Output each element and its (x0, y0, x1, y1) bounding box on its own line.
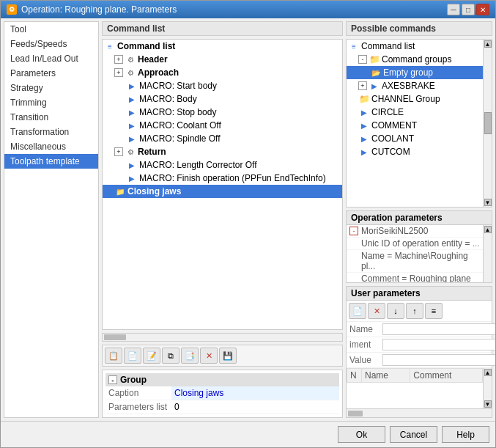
tree-item-header[interactable]: + ⚙ Header (103, 53, 342, 66)
op-params-item-2: Unic ID of operation entity = ... (347, 238, 483, 250)
help-button[interactable]: Help (442, 426, 489, 443)
col-name: Name (362, 369, 410, 383)
gear-icon: ⚙ (125, 67, 136, 78)
ok-button[interactable]: Ok (338, 426, 385, 443)
op-vscroll-up[interactable]: ▲ (484, 226, 492, 233)
tree-item-r-command-groups[interactable]: - 📁 Command groups (347, 53, 483, 66)
cmd-icon: ▶ (369, 80, 380, 92)
iment-input[interactable] (382, 339, 495, 350)
user-params-panel: User parameters 📄 ✕ ↓ ↑ ≡ Name iment (346, 286, 492, 418)
params-value: 0 (171, 400, 339, 414)
tree-item-macro-body[interactable]: ▶ MACRO: Body (103, 92, 342, 106)
user-new-doc-button[interactable]: 📄 (349, 303, 366, 319)
sidebar-item-tool[interactable]: Tool (4, 22, 98, 37)
tree-item-r-cutcom[interactable]: ▶ CUTCOM (347, 145, 483, 158)
tree-label: MACRO: Start body (139, 81, 217, 91)
paste-button[interactable]: 📑 (181, 348, 199, 364)
user-table-area: N Name Comment ▲ ▼ (347, 368, 492, 408)
tree-item-return[interactable]: + ⚙ Return (103, 145, 342, 158)
gear-icon: ⚙ (125, 146, 136, 158)
user-vscroll-down[interactable]: ▼ (484, 400, 492, 408)
command-list-tree[interactable]: ≡ Command list + ⚙ Header + ⚙ Approach ▶… (102, 39, 343, 330)
group-label: Group (120, 375, 147, 385)
tree-item-command-list[interactable]: ≡ Command list (103, 40, 342, 53)
cmd-icon: ▶ (126, 172, 138, 184)
gear-icon: ⚙ (125, 54, 136, 65)
expand-icon[interactable]: - (358, 55, 367, 64)
expand-icon[interactable]: + (358, 81, 367, 90)
possible-commands-tree[interactable]: ≡ Command list - 📁 Command groups 📂 Empt… (346, 39, 492, 208)
tree-item-r-comment[interactable]: ▶ COMMENT (347, 119, 483, 132)
user-up-button[interactable]: ↑ (406, 303, 423, 319)
tree-label: Return (138, 147, 166, 157)
op-params-header: Operation parameters (347, 211, 492, 225)
tree-item-macro-spindle-off[interactable]: ▶ MACRO: Spindle Off (103, 132, 342, 145)
new-button[interactable]: 📝 (143, 348, 160, 364)
user-delete-button[interactable]: ✕ (368, 303, 385, 319)
sidebar-item-lead-in-lead-out[interactable]: Lead In/Lead Out (4, 51, 98, 66)
sidebar-item-trimming[interactable]: Trimming (4, 95, 98, 110)
maximize-button[interactable]: □ (462, 4, 475, 15)
iment-field-row: iment (347, 337, 492, 353)
tree-item-macro-length-corrector[interactable]: ▶ MACRO: Length Corrector Off (103, 158, 342, 172)
save-button[interactable]: 💾 (219, 348, 237, 364)
op-params-key: Unic ID of operation entity = ... (361, 238, 480, 249)
sidebar-item-strategy[interactable]: Strategy (4, 81, 98, 95)
folder-icon: 📁 (114, 186, 126, 197)
vscroll-down[interactable]: ▼ (484, 199, 492, 206)
user-down-button[interactable]: ↓ (387, 303, 404, 319)
user-params-toolbar: 📄 ✕ ↓ ↑ ≡ (347, 301, 492, 322)
tree-item-r-coolant[interactable]: ▶ COOLANT (347, 132, 483, 145)
expand-icon[interactable]: + (114, 68, 123, 77)
tree-item-macro-coolant-off[interactable]: ▶ MACRO: Coolant Off (103, 119, 342, 132)
caption-value[interactable]: Closing jaws (171, 386, 339, 400)
tree-item-r-command-list[interactable]: ≡ Command list (347, 40, 483, 53)
vscroll-thumb[interactable] (484, 112, 492, 134)
cmd-icon: ▶ (358, 146, 370, 158)
duplicate-button[interactable]: ⧉ (162, 348, 179, 364)
user-hscroll[interactable] (347, 408, 492, 417)
cmd-icon: ▶ (358, 120, 370, 131)
tree-label: COMMENT (371, 120, 417, 131)
vscroll-up[interactable]: ▲ (484, 40, 492, 48)
sidebar-item-miscellaneous[interactable]: Miscellaneous (4, 139, 98, 154)
copy-button-2[interactable]: 📄 (124, 348, 141, 364)
op-params-key: Comment = Roughing plane (361, 273, 471, 283)
op-params-item-1[interactable]: - MoriSeikiNL2500 (347, 225, 483, 238)
close-button[interactable]: ✕ (476, 4, 489, 15)
hscroll[interactable] (102, 333, 343, 342)
name-input[interactable] (382, 323, 495, 335)
caption-label: Caption (106, 386, 171, 400)
sidebar-item-toolpath-template[interactable]: Toolpath template (4, 154, 98, 169)
user-lines-button[interactable]: ≡ (425, 303, 443, 319)
sidebar-item-parameters[interactable]: Parameters (4, 66, 98, 81)
tree-label: MACRO: Body (139, 94, 197, 104)
sidebar-item-feeds-speeds[interactable]: Feeds/Speeds (4, 37, 98, 51)
value-label: Value (349, 355, 382, 365)
cmd-icon: ▶ (126, 133, 138, 144)
value-input[interactable] (382, 354, 495, 366)
minimize-button[interactable]: ─ (447, 4, 460, 15)
tree-item-r-empty-group[interactable]: 📂 Empty group (347, 66, 483, 79)
tree-item-approach[interactable]: + ⚙ Approach (103, 66, 342, 79)
right-panel: Possible commands ≡ Command list - 📁 Com… (346, 21, 492, 418)
cmd-icon: ▶ (126, 80, 138, 92)
tree-item-r-channel-group[interactable]: 📁 CHANNEL Group (347, 92, 483, 106)
expand-icon[interactable]: + (114, 147, 123, 156)
cancel-button[interactable]: Cancel (390, 426, 437, 443)
tree-label: MACRO: Coolant Off (139, 120, 221, 131)
delete-button[interactable]: ✕ (200, 348, 218, 364)
minus-icon: - (108, 375, 117, 384)
sidebar-item-transformation[interactable]: Transformation (4, 125, 98, 139)
tree-item-closing-jaws[interactable]: 📁 Closing jaws (103, 185, 342, 198)
title-controls: ─ □ ✕ (447, 4, 489, 15)
sidebar-item-transition[interactable]: Transition (4, 110, 98, 125)
tree-item-macro-finish-op[interactable]: ▶ MACRO: Finish operation (PPFun EndTech… (103, 172, 342, 185)
expand-icon[interactable]: + (114, 55, 123, 64)
tree-item-r-circle[interactable]: ▶ CIRCLE (347, 106, 483, 119)
copy-button-1[interactable]: 📋 (105, 348, 122, 364)
tree-item-r-axesbrake[interactable]: + ▶ AXESBRAKE (347, 79, 483, 92)
tree-item-macro-stop-body[interactable]: ▶ MACRO: Stop body (103, 106, 342, 119)
user-vscroll-up[interactable]: ▲ (484, 369, 492, 376)
tree-item-macro-start-body[interactable]: ▶ MACRO: Start body (103, 79, 342, 92)
